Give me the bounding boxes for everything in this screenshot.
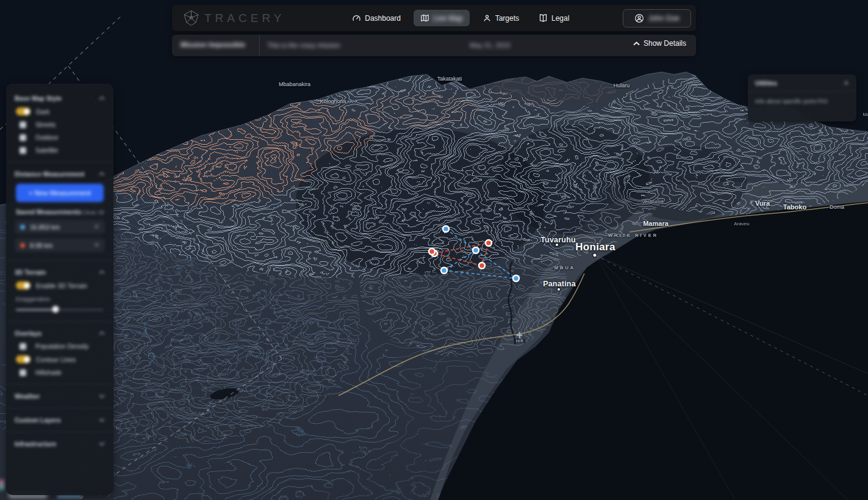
section-title: Weather <box>15 393 40 400</box>
option-label: Hillshade <box>35 369 62 376</box>
nav-item-targets[interactable]: Targets <box>476 10 526 26</box>
nav-item-legal[interactable]: Legal <box>532 10 576 26</box>
exaggeration-slider-fill <box>16 309 56 311</box>
chevron-down-icon[interactable] <box>99 418 105 422</box>
mission-title: Mission Impossible <box>181 41 245 48</box>
mission-bar: Mission Impossible This is the crazy mis… <box>172 35 696 56</box>
chevron-up-icon[interactable] <box>99 332 105 335</box>
person-pin-icon <box>482 13 492 23</box>
checkbox[interactable] <box>20 121 26 128</box>
toggle-on[interactable] <box>16 281 30 289</box>
chevron-up-icon[interactable] <box>99 172 105 176</box>
option-satellite[interactable]: Satellite <box>16 147 104 154</box>
tracery-logo-icon <box>183 10 199 26</box>
measurement-value: 8.08 km <box>30 242 89 249</box>
option-population-density[interactable]: Population Density <box>16 342 104 350</box>
measurement-color-dot <box>20 243 25 248</box>
option-label: Dark <box>36 108 49 115</box>
gauge-icon <box>352 13 361 23</box>
book-icon <box>539 13 548 23</box>
option-label: Outdoor <box>35 134 59 141</box>
info-panel: Utilities ✕ Info about specific point PO… <box>748 74 856 121</box>
section-infrastructure[interactable]: Infrastructure <box>15 440 105 447</box>
option-outdoor[interactable]: Outdoor <box>16 134 104 141</box>
option-label: Contour Lines <box>36 356 76 363</box>
nav-label: Live Map <box>433 14 463 23</box>
checkbox[interactable] <box>20 134 26 141</box>
option-label: Streets <box>35 121 56 128</box>
option-streets[interactable]: Streets <box>16 121 104 128</box>
checkbox[interactable] <box>20 147 26 154</box>
nav-item-dashboard[interactable]: Dashboard <box>345 10 407 26</box>
user-menu-button[interactable]: John Doe <box>623 9 691 27</box>
divider <box>259 35 260 56</box>
nav-label: Dashboard <box>365 14 401 23</box>
divider <box>6 384 113 385</box>
slider-knob[interactable] <box>52 306 59 313</box>
option-label: Satellite <box>35 147 58 154</box>
measurement-marker <box>473 247 479 253</box>
brand: TRACERY <box>172 10 299 26</box>
divider <box>6 432 113 432</box>
show-details-toggle[interactable]: Show Details <box>633 39 686 48</box>
measurement-marker <box>486 240 492 246</box>
toggle-on[interactable] <box>16 355 30 363</box>
saved-measurements-title: Saved Measurements <box>16 208 81 216</box>
measurement-item[interactable]: 16.853 km ✕ <box>15 220 105 234</box>
section-title: Base Map Style <box>15 95 62 102</box>
city-dot <box>594 254 597 257</box>
delete-measurement-icon[interactable]: ✕ <box>94 241 99 249</box>
section-title: 3D Terrain <box>15 269 46 276</box>
show-details-label: Show Details <box>644 39 686 48</box>
divider <box>6 162 113 162</box>
option-enable-3d-terrain[interactable]: Enable 3D Terrain <box>16 281 104 289</box>
measurement-marker <box>479 263 485 269</box>
measurement-item[interactable]: 8.08 km ✕ <box>15 238 105 252</box>
nav-label: Legal <box>551 14 569 23</box>
option-hillshade[interactable]: Hillshade <box>16 369 104 376</box>
town-dot <box>556 244 558 246</box>
chevron-up-icon[interactable] <box>99 270 105 274</box>
clear-all-link[interactable]: Clear All <box>82 209 104 216</box>
divider <box>6 260 113 261</box>
option-contour-lines[interactable]: Contour Lines <box>16 355 104 363</box>
map-icon <box>420 13 429 23</box>
section-title: Infrastructure <box>15 440 56 447</box>
section-title: Overlays <box>15 330 41 337</box>
chevron-down-icon[interactable] <box>99 442 105 446</box>
option-label: Enable 3D Terrain <box>36 282 87 289</box>
option-dark[interactable]: Dark <box>16 107 104 115</box>
section-overlays[interactable]: Overlays <box>15 330 105 337</box>
new-measurement-button[interactable]: + New Measurement <box>16 184 104 202</box>
chevron-down-icon[interactable] <box>99 394 105 398</box>
top-navbar: TRACERY Dashboard Live Map Targets Legal… <box>172 5 696 31</box>
section-title: Distance Measurement <box>15 170 84 178</box>
nav-label: Targets <box>495 14 519 23</box>
section-custom-layers[interactable]: Custom Layers <box>15 416 105 424</box>
close-icon[interactable]: ✕ <box>844 80 849 87</box>
town-dot <box>558 288 560 291</box>
mission-date: May 31, 2023 <box>470 42 511 49</box>
nav-item-live-map[interactable]: Live Map <box>414 10 470 26</box>
checkbox[interactable] <box>20 343 26 350</box>
map-canvas[interactable]: Mbabanakira Kologhona Takatakati Hularu … <box>0 0 868 500</box>
map-attribution-badge <box>0 480 4 490</box>
measurement-value: 16.853 km <box>30 223 89 231</box>
exaggeration-label: Exaggeration <box>16 295 104 302</box>
measurement-overlay[interactable] <box>0 0 868 500</box>
exaggeration-slider[interactable] <box>16 306 104 313</box>
user-name: John Doe <box>648 14 680 23</box>
map-controls-sidebar: Base Map Style Dark Streets Outdoor Sate… <box>6 84 113 495</box>
section-3d-terrain[interactable]: 3D Terrain <box>15 269 105 276</box>
measurement-marker <box>441 267 447 274</box>
chevron-up-icon <box>633 42 640 46</box>
main-nav: Dashboard Live Map Targets Legal <box>299 10 623 26</box>
toggle-on[interactable] <box>16 107 30 115</box>
delete-measurement-icon[interactable]: ✕ <box>94 223 99 231</box>
section-base-map-style[interactable]: Base Map Style <box>15 95 105 102</box>
chevron-up-icon[interactable] <box>99 96 105 100</box>
checkbox[interactable] <box>20 369 26 376</box>
section-weather[interactable]: Weather <box>15 393 105 400</box>
section-distance-measurement[interactable]: Distance Measurement <box>15 170 105 178</box>
measurement-color-dot <box>20 225 25 230</box>
